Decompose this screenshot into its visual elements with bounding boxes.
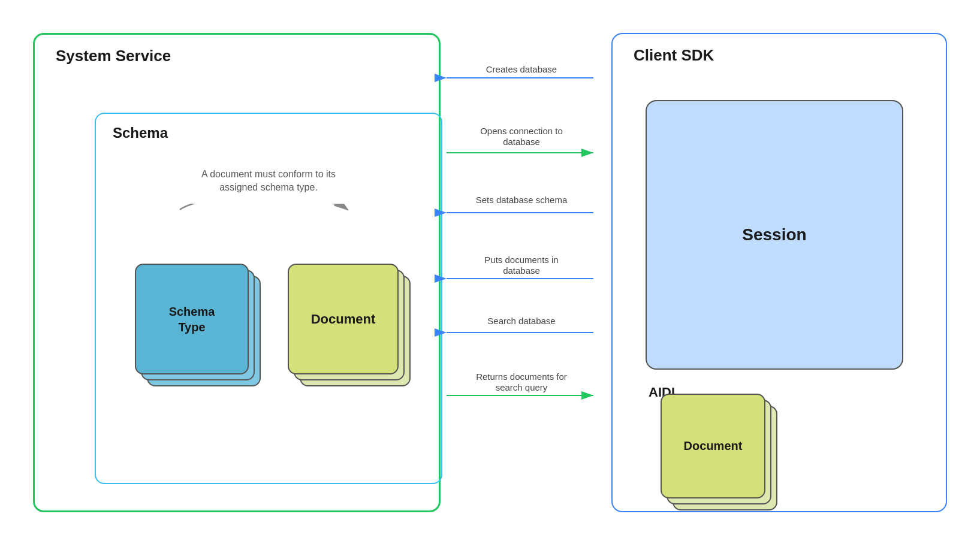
creates-db-text: Creates database [486, 64, 557, 74]
arrow-label-creates-db: Creates database [450, 64, 593, 75]
sets-schema-text: Sets database schema [476, 195, 568, 205]
session-card: Session [646, 100, 903, 370]
system-service-box: System Service Schema A document must co… [33, 33, 441, 512]
schema-label: Schema [113, 125, 168, 141]
schema-type-card-front: SchemaType [135, 264, 249, 374]
document-label-schema: Document [311, 312, 376, 327]
document-card-front-schema: Document [288, 264, 399, 374]
arrow-label-sets-schema: Sets database schema [450, 195, 593, 206]
schema-type-label: SchemaType [169, 304, 215, 335]
schema-description: A document must conform to its assigned … [185, 168, 352, 195]
arrow-label-opens-connection: Opens connection todatabase [450, 126, 593, 147]
arrow-label-search-db: Search database [450, 316, 593, 327]
session-label: Session [742, 225, 806, 244]
opens-connection-text: Opens connection todatabase [480, 126, 563, 147]
client-doc-front: Document [661, 394, 765, 498]
arrow-label-puts-docs: Puts documents indatabase [450, 255, 593, 276]
system-service-label: System Service [56, 47, 171, 65]
diagram-container: System Service Schema A document must co… [0, 0, 980, 550]
schema-curved-arrow [132, 204, 396, 252]
document-stack-client: Document [661, 394, 780, 513]
schema-type-stack: SchemaType [135, 264, 255, 383]
client-document-label: Document [684, 439, 743, 453]
document-stack-schema: Document [288, 264, 408, 383]
returns-docs-text: Returns documents forsearch query [476, 371, 567, 392]
schema-box: Schema A document must conform to its as… [95, 113, 442, 484]
search-db-text: Search database [487, 316, 555, 326]
client-sdk-box: Client SDK Session AIDL Document [611, 33, 947, 512]
arrow-label-returns-docs: Returns documents forsearch query [450, 371, 593, 393]
client-sdk-label: Client SDK [634, 46, 714, 65]
puts-docs-text: Puts documents indatabase [484, 255, 558, 276]
